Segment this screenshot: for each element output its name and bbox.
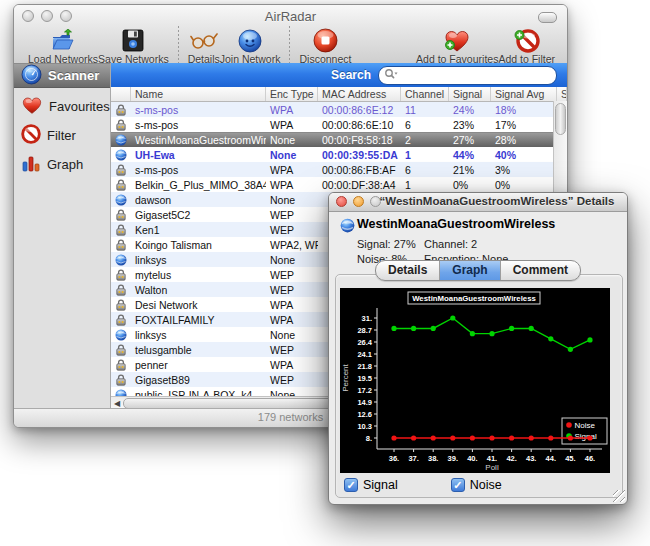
- column-header-icon[interactable]: [111, 87, 131, 101]
- scanner-icon: [21, 64, 42, 88]
- cell-enc-type: WPA: [266, 179, 318, 191]
- close-button[interactable]: [336, 196, 347, 207]
- vertical-scroll-thumb[interactable]: [555, 103, 566, 135]
- toolbar: Load Networks Save Networks Details Join…: [14, 26, 567, 63]
- checkmark-icon[interactable]: ✓: [344, 478, 358, 492]
- cell-channel: 1: [401, 149, 449, 161]
- column-header-signal-avg[interactable]: Signal Avg: [491, 87, 557, 101]
- table-row[interactable]: s-ms-posWPA00:00:86:FB:AF621%3%: [111, 162, 567, 177]
- sidebar-item-filter[interactable]: Filter: [14, 123, 110, 148]
- svg-text:46.: 46.: [585, 454, 595, 463]
- lock-icon: [111, 239, 131, 251]
- svg-text:10.3: 10.3: [357, 422, 372, 431]
- cell-mac-address: 00:00:86:6E:10: [318, 119, 401, 131]
- cell-signal: 0%: [449, 179, 491, 191]
- cell-name: telusgamble: [131, 344, 266, 356]
- cell-name: public_ISP-IN-A-BOX_k4: [131, 389, 266, 397]
- lock-icon: [111, 344, 131, 356]
- sidebar-item-favourites[interactable]: Favourites: [14, 94, 110, 119]
- cell-name: penner: [131, 359, 266, 371]
- tab-comment[interactable]: Comment: [501, 261, 580, 280]
- toolbar-toggle-pill[interactable]: [538, 12, 557, 23]
- cell-enc-type: WEP: [266, 224, 318, 236]
- table-row[interactable]: Belkin_G_Plus_MIMO_38A4E7WPA00:00:DF:38:…: [111, 177, 567, 192]
- details-button[interactable]: Details: [188, 28, 220, 65]
- detail-titlebar[interactable]: “WestinMoanaGuestroomWireless” Details: [329, 193, 627, 212]
- column-header-signal[interactable]: Signal: [449, 87, 491, 101]
- search-input[interactable]: [400, 68, 556, 83]
- svg-text:Percent: Percent: [341, 363, 350, 391]
- load-networks-icon: [50, 28, 76, 53]
- join-network-button[interactable]: Join Network: [220, 28, 281, 65]
- cell-name: Ken1: [131, 224, 266, 236]
- svg-text:Noise: Noise: [575, 421, 596, 430]
- svg-text:19.5: 19.5: [357, 374, 372, 383]
- filter-icon: [21, 124, 41, 147]
- favourites-icon: [21, 96, 43, 118]
- toolbar-separator: [178, 26, 179, 68]
- cell-enc-type: None: [266, 134, 318, 146]
- column-header-name[interactable]: Name: [131, 87, 266, 101]
- checkbox-signal[interactable]: ✓ Signal: [344, 478, 398, 492]
- tab-details[interactable]: Details: [376, 261, 440, 280]
- scroll-left-arrow[interactable]: ◀: [111, 399, 123, 408]
- signal-field: Signal: 27%: [357, 238, 416, 250]
- svg-text:17.2: 17.2: [357, 386, 372, 395]
- cell-enc-type: None: [266, 194, 318, 206]
- detail-tabs: DetailsGraphComment: [329, 260, 627, 281]
- lock-icon: [111, 209, 131, 221]
- column-header-si[interactable]: Si: [557, 87, 567, 101]
- cell-mac-address: 00:00:39:55:DA: [318, 149, 401, 161]
- svg-text:14.9: 14.9: [357, 398, 372, 407]
- column-header-channel[interactable]: Channel: [401, 87, 449, 101]
- svg-text:45.: 45.: [565, 454, 575, 463]
- search-band: Search: [111, 63, 567, 87]
- lock-icon: [111, 374, 131, 386]
- globe-icon: [111, 134, 131, 146]
- save-networks-icon: [122, 28, 144, 53]
- cell-enc-type: WEP: [266, 284, 318, 296]
- cell-channel: 2: [401, 134, 449, 146]
- minimize-button[interactable]: [353, 196, 364, 207]
- cell-name: UH-Ewa: [131, 149, 266, 161]
- load-networks-button[interactable]: Load Networks: [28, 28, 98, 65]
- tab-graph[interactable]: Graph: [440, 261, 500, 280]
- cell-signal-avg: 17%: [491, 119, 557, 131]
- table-row[interactable]: UH-EwaNone00:00:39:55:DA144%40%: [111, 147, 567, 162]
- cell-channel: 6: [401, 164, 449, 176]
- graph-groupbox: 31.28.726.424.121.819.517.214.912.610.38…: [335, 274, 623, 498]
- cell-name: linksys: [131, 329, 266, 341]
- column-header-mac-address[interactable]: MAC Address: [318, 87, 401, 101]
- window-chrome: AirRadar Load Networks Save Networks Det…: [14, 5, 567, 64]
- add-to-filter-button[interactable]: Add to Filter: [498, 28, 555, 65]
- sidebar-item-scanner[interactable]: Scanner: [14, 63, 110, 88]
- table-header[interactable]: NameEnc TypeMAC AddressChannelSignalSign…: [111, 87, 567, 102]
- table-row[interactable]: s-ms-posWPA00:00:86:6E:121124%18%: [111, 102, 567, 117]
- disconnect-button[interactable]: Disconnect: [299, 28, 351, 65]
- cell-enc-type: WEP: [266, 374, 318, 386]
- add-to-favourites-icon: [443, 28, 471, 53]
- sidebar: Scanner Favourites Filter Graph: [14, 63, 111, 409]
- checkbox-noise[interactable]: ✓ Noise: [451, 478, 502, 492]
- checkmark-icon[interactable]: ✓: [451, 478, 465, 492]
- svg-text:37.: 37.: [408, 454, 418, 463]
- main-titlebar[interactable]: AirRadar: [14, 5, 567, 26]
- svg-text:8.: 8.: [366, 434, 372, 443]
- cell-signal: 27%: [449, 134, 491, 146]
- globe-icon: [340, 218, 355, 237]
- search-field[interactable]: [378, 66, 557, 85]
- cell-name: WestinMoanaGuestroomWireless: [131, 134, 266, 146]
- cell-name: GigasetB89: [131, 374, 266, 386]
- add-to-favourites-button[interactable]: Add to Favourites: [416, 28, 498, 65]
- cell-signal-avg: 18%: [491, 104, 557, 116]
- cell-signal-avg: 40%: [491, 149, 557, 161]
- sidebar-item-graph[interactable]: Graph: [14, 152, 110, 177]
- save-networks-button[interactable]: Save Networks: [98, 28, 169, 65]
- table-row[interactable]: s-ms-posWPA00:00:86:6E:10623%17%: [111, 117, 567, 132]
- cell-signal-avg: 28%: [491, 134, 557, 146]
- column-header-enc-type[interactable]: Enc Type: [266, 87, 318, 101]
- table-row[interactable]: WestinMoanaGuestroomWirelessNone00:00:F8…: [111, 132, 567, 147]
- cell-enc-type: None: [266, 389, 318, 397]
- globe-icon: [111, 254, 131, 266]
- resize-grip[interactable]: [613, 490, 625, 502]
